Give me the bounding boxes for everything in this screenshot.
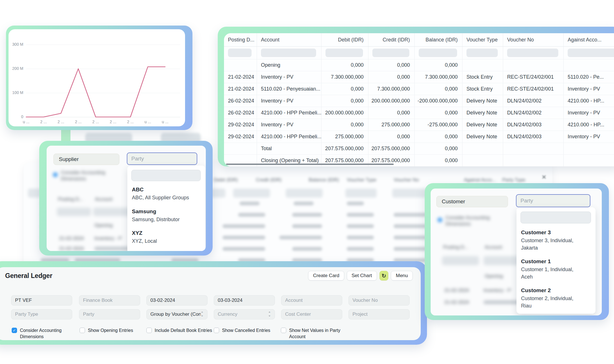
- checkbox-show-opening-entries[interactable]: Show Opening Entries: [80, 327, 133, 334]
- table-cell: 7.300.000,000: [321, 71, 368, 83]
- checkbox-label: Consider Accounting Dimensions: [20, 327, 63, 340]
- table-row[interactable]: Total207.575.000,000207.575.000,0000,000: [224, 143, 614, 155]
- chart-x-tick: 2 ...: [105, 120, 121, 124]
- table-cell: 0,000: [414, 131, 462, 143]
- blurred-cell: [240, 202, 260, 205]
- table-cell: 0,000: [321, 95, 368, 107]
- table-row[interactable]: 26-02-2024Inventory - PV0,000200.000.000…: [224, 95, 614, 107]
- party-option[interactable]: SamsungSamsung, Distributor: [132, 208, 201, 223]
- blurred-label: Opening: [485, 273, 503, 279]
- table-cell: Stock Entry: [462, 71, 503, 83]
- blurred-label: Inventory - P: [484, 287, 511, 294]
- table-cell: 29-02-2024: [224, 131, 257, 143]
- column-filter-input[interactable]: [325, 49, 363, 57]
- blurred-label: 21-02-2024: [59, 235, 84, 242]
- party-option-name: Customer 2: [521, 287, 585, 294]
- table-cell: [563, 143, 614, 154]
- table-cell: Opening: [257, 59, 321, 71]
- chart-x-tick: 2 ...: [88, 120, 104, 124]
- table-row[interactable]: 21-02-2024Inventory - PV7.300.000,0000,0…: [224, 71, 614, 83]
- table-row[interactable]: 21-02-20245110.020 - Penyesuaian...0,000…: [224, 83, 614, 95]
- blurred-cell: [223, 224, 265, 228]
- table-cell: Inventory - PV: [563, 131, 614, 143]
- table-cell: [462, 155, 503, 166]
- blurred-label: Posting D...: [58, 196, 83, 202]
- party-option[interactable]: Customer 2Customer 2, Individual, Riau: [521, 287, 585, 309]
- party-option[interactable]: Customer 1Customer 1, Individual, Aceh: [521, 258, 585, 281]
- table-cell: Delivery Note: [462, 119, 503, 131]
- table-cell: 5110.020 - Penyesuaian...: [257, 83, 321, 95]
- general-ledger-panel: General Ledger Create CardSet Chart↻Menu…: [0, 261, 427, 345]
- checkbox-label: Show Net Values in Party Account: [289, 327, 343, 340]
- party-type-value: Supplier: [59, 156, 79, 162]
- blurred-label: Account: [95, 196, 112, 202]
- column-filter-input[interactable]: [568, 49, 614, 57]
- table-cell: REC-STE/24/02/001: [503, 71, 563, 83]
- checkbox-box[interactable]: [80, 328, 85, 333]
- column-filter-input[interactable]: [507, 49, 558, 57]
- table-row[interactable]: 29-02-20244210.000 - HPP Pembeli...275.0…: [224, 131, 614, 143]
- checkbox-box[interactable]: [146, 328, 152, 333]
- party-type-field[interactable]: Supplier: [53, 154, 119, 165]
- column-filter-input[interactable]: [419, 49, 457, 57]
- party-option[interactable]: ABCABC, All Supplier Groups: [132, 187, 201, 202]
- column-header[interactable]: Posting D...: [224, 33, 257, 46]
- column-header[interactable]: Credit (IDR): [368, 33, 414, 46]
- table-cell: Stock Entry: [462, 83, 503, 95]
- customer-party-popup: Consider Accounting Dimensions Posting D…: [425, 183, 609, 320]
- party-input[interactable]: [516, 194, 590, 207]
- table-row[interactable]: 29-02-2024Inventory - PV0,000275.000,000…: [224, 119, 614, 131]
- blurred-cell: [279, 236, 322, 239]
- close-icon[interactable]: ✕: [542, 174, 547, 181]
- column-filter-input[interactable]: [228, 49, 252, 57]
- party-option-name: ABC: [132, 187, 201, 193]
- party-option[interactable]: Customer 3Customer 3, Individual, Jakart…: [521, 229, 585, 252]
- checkbox-box[interactable]: [214, 328, 219, 333]
- table-cell: 7.300.000,000: [368, 83, 414, 95]
- checkbox-box[interactable]: [281, 328, 286, 333]
- checkbox-show-cancelled-entries[interactable]: Show Cancelled Entries: [214, 327, 270, 334]
- table-cell: 0,000: [368, 107, 414, 119]
- blurred-cell: [294, 202, 314, 205]
- table-cell: 4210.000 - HP...: [563, 119, 614, 131]
- table-cell: 21-02-2024: [224, 83, 257, 95]
- dropdown-search-input[interactable]: [131, 170, 201, 181]
- column-filter-input[interactable]: [466, 49, 498, 57]
- party-option-desc: Samsung, Distributor: [132, 216, 201, 223]
- horizontal-scrollbar[interactable]: [226, 164, 394, 165]
- table-cell: [503, 155, 563, 166]
- table-cell: 7.300.000,000: [414, 71, 462, 83]
- party-input[interactable]: [127, 152, 197, 165]
- checkbox-include-default-book-entries[interactable]: Include Default Book Entries: [146, 327, 212, 334]
- column-header[interactable]: Voucher No: [503, 33, 563, 46]
- table-cell: 0,000: [368, 71, 414, 83]
- column-header[interactable]: Balance (IDR): [414, 33, 462, 46]
- table-cell: [224, 143, 257, 154]
- column-filter-input[interactable]: [372, 49, 409, 57]
- checkbox-consider-accounting-dimensions[interactable]: ✓Consider Accounting Dimensions: [12, 327, 63, 340]
- table-cell: 0,000: [321, 59, 368, 71]
- blurred-checkbox: [437, 217, 442, 222]
- blurred-cell: [223, 247, 265, 251]
- blurred-cell: [223, 236, 265, 239]
- table-cell: DLN/24/02/003: [503, 119, 563, 131]
- chart-x-tick: u ...: [157, 120, 173, 124]
- table-row[interactable]: 26-02-20244210.000 - HPP Pembeli...200.0…: [224, 107, 614, 119]
- party-type-field[interactable]: Customer: [436, 196, 508, 207]
- column-header[interactable]: Debit (IDR): [321, 33, 368, 46]
- blurred-label: 21-02-2024: [444, 299, 469, 306]
- app-canvas: Debit (IDR)Credit (IDR)Balance (IDR)Vouc…: [0, 0, 614, 364]
- column-header[interactable]: Against Acco...: [563, 33, 614, 46]
- blurred-cell: [292, 247, 322, 251]
- column-header[interactable]: Voucher Type: [462, 33, 503, 46]
- column-header[interactable]: Account: [257, 33, 321, 46]
- checkbox-box[interactable]: ✓: [12, 328, 17, 333]
- column-filter-input[interactable]: [261, 49, 316, 57]
- table-header-row: Posting D...AccountDebit (IDR)Credit (ID…: [224, 33, 614, 47]
- party-option[interactable]: XYZXYZ, Local: [132, 230, 201, 245]
- checkbox-show-net-values-in-party-account[interactable]: Show Net Values in Party Account: [281, 327, 343, 340]
- table-row[interactable]: Opening0,0000,0000,000: [224, 59, 614, 71]
- dropdown-search-input[interactable]: [520, 212, 591, 223]
- table-cell: 21-02-2024: [224, 71, 257, 83]
- blurred-label: Opening: [94, 222, 113, 229]
